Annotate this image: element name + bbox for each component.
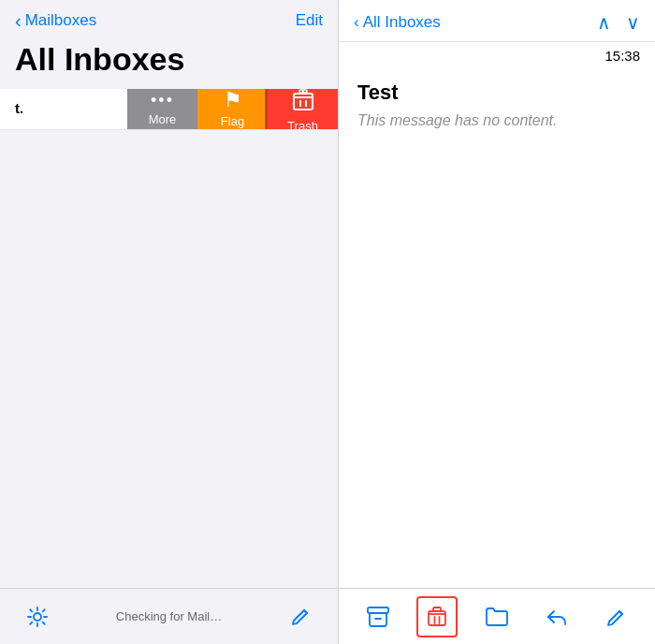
more-action-button[interactable]: ••• More: [127, 89, 197, 129]
right-toolbar: [339, 588, 655, 644]
trash-label: Trash: [287, 119, 318, 130]
email-detail-time: 15:38: [604, 48, 640, 64]
right-time-row: 15:38: [339, 42, 655, 66]
archive-button[interactable]: [357, 596, 399, 637]
prev-email-button[interactable]: ∧: [597, 11, 611, 34]
more-dots-icon: •••: [151, 92, 174, 109]
trash-action-wrapper: Trash: [268, 89, 338, 129]
edit-button[interactable]: Edit: [296, 11, 323, 30]
folder-button[interactable]: [476, 596, 517, 637]
all-inboxes-nav-label: All Inboxes: [363, 13, 441, 32]
more-label: More: [149, 112, 177, 126]
trash-action-button[interactable]: Trash: [268, 89, 338, 130]
flag-icon: ⚑: [224, 90, 242, 110]
next-email-button[interactable]: ∨: [626, 11, 640, 34]
compose-button-left[interactable]: [282, 607, 319, 627]
right-nav: ‹ All Inboxes ∧ ∨: [339, 0, 655, 42]
reply-button[interactable]: [536, 596, 577, 637]
left-nav: ‹ Mailboxes Edit: [0, 0, 338, 37]
mailboxes-back-button[interactable]: ‹ Mailboxes: [15, 11, 96, 30]
left-toolbar: Checking for Mail…: [0, 588, 338, 644]
settings-button[interactable]: [19, 607, 56, 627]
compose-button-right[interactable]: [595, 596, 636, 637]
left-panel: ‹ Mailboxes Edit All Inboxes t. 15:38 › …: [0, 0, 339, 644]
svg-point-6: [34, 613, 41, 621]
mailboxes-label: Mailboxes: [25, 11, 97, 30]
email-list-item[interactable]: t. 15:38 › ••• More ⚑ Flag: [0, 89, 338, 130]
email-sender: t.: [15, 100, 23, 116]
flag-action-button[interactable]: ⚑ Flag: [197, 89, 268, 129]
email-list: t. 15:38 › ••• More ⚑ Flag: [0, 89, 338, 588]
svg-rect-0: [294, 94, 313, 110]
checking-mail-status: Checking for Mail…: [56, 609, 282, 623]
trash-button[interactable]: [416, 596, 458, 637]
trash-swipe-icon: [293, 89, 313, 115]
flag-label: Flag: [221, 114, 244, 128]
back-chevron-icon: ‹: [15, 11, 22, 30]
email-detail-content: Test This message has no content.: [339, 66, 655, 588]
email-subject: Test: [357, 80, 636, 105]
svg-rect-7: [368, 607, 388, 613]
swipe-actions: ••• More ⚑ Flag: [127, 89, 338, 129]
all-inboxes-title: All Inboxes: [0, 37, 338, 89]
email-body: This message has no content.: [357, 112, 636, 129]
right-back-chevron-icon: ‹: [354, 13, 359, 32]
nav-arrows: ∧ ∨: [597, 11, 640, 34]
all-inboxes-back-button[interactable]: ‹ All Inboxes: [354, 13, 441, 32]
right-panel: ‹ All Inboxes ∧ ∨ 15:38 Test This messag…: [339, 0, 655, 644]
